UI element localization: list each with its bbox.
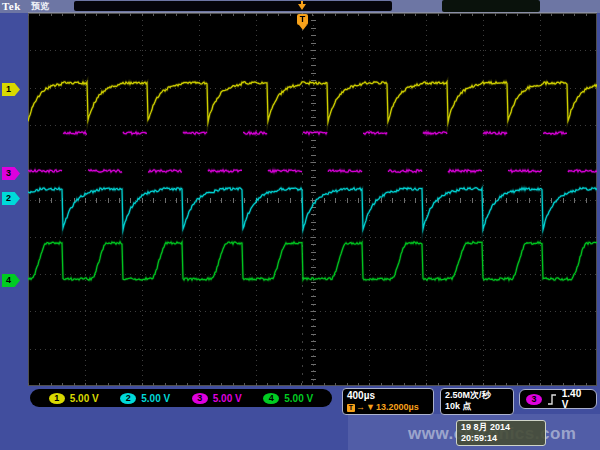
channel-2-readout[interactable]: 2 5.00 V [120, 393, 170, 404]
channel-1-readout[interactable]: 1 5.00 V [49, 393, 99, 404]
tek-logo: Tek [2, 0, 21, 13]
trigger-delay-value: 13.2000µs [376, 402, 419, 413]
trigger-t-arrow-icon [299, 25, 307, 30]
info-readout-box [442, 0, 540, 12]
trigger-box[interactable]: 3 1.40 V [519, 389, 597, 409]
trigger-t-marker[interactable]: T [297, 14, 308, 25]
sample-rate: 2.50M次/秒 [445, 390, 509, 401]
time-label: 20:59:14 [461, 433, 541, 444]
trigger-delay-readout: T → ▼ 13.2000µs [347, 402, 429, 413]
channel-1-scale: 5.00 V [70, 393, 99, 404]
timebase-box[interactable]: 400µs T → ▼ 13.2000µs [342, 388, 434, 415]
channel-marker-3[interactable]: 3 [2, 167, 20, 180]
channel-1-badge: 1 [49, 393, 65, 404]
channel-3-readout[interactable]: 3 5.00 V [192, 393, 242, 404]
channel-3-badge: 3 [192, 393, 208, 404]
date-label: 19 8月 2014 [461, 422, 541, 433]
trigger-level: 1.40 V [562, 388, 590, 410]
channel-3-scale: 5.00 V [213, 393, 242, 404]
datetime-box: 19 8月 2014 20:59:14 [456, 420, 546, 446]
channel-4-scale: 5.00 V [284, 393, 313, 404]
channel-4-badge: 4 [263, 393, 279, 404]
waveform-canvas [28, 13, 597, 386]
trigger-position-icon[interactable] [296, 0, 308, 12]
arrow-right-icon: → [356, 402, 365, 413]
rising-edge-icon [547, 393, 557, 405]
acquisition-box[interactable]: 2.50M次/秒 10k 点 [440, 388, 514, 415]
channel-marker-4[interactable]: 4 [2, 274, 20, 287]
channel-4-readout[interactable]: 4 5.00 V [263, 393, 313, 404]
triangle-down-icon: ▼ [366, 402, 375, 413]
channel-marker-1[interactable]: 1 [2, 83, 20, 96]
channel-2-badge: 2 [120, 393, 136, 404]
timebase-scale: 400µs [347, 390, 429, 402]
trigger-source-badge: 3 [526, 394, 542, 405]
waveform-plot [28, 12, 597, 385]
channel-2-scale: 5.00 V [141, 393, 170, 404]
oscilloscope-screen: Tek 预览 1 3 2 4 T 1 5.00 V 2 5.00 V 3 5.0… [0, 0, 600, 450]
channel-marker-2[interactable]: 2 [2, 192, 20, 205]
record-points: 10k 点 [445, 401, 509, 412]
trigger-t-icon: T [347, 404, 355, 412]
message-readout-box [74, 1, 392, 11]
channel-readout-box: 1 5.00 V 2 5.00 V 3 5.00 V 4 5.00 V [30, 389, 332, 407]
